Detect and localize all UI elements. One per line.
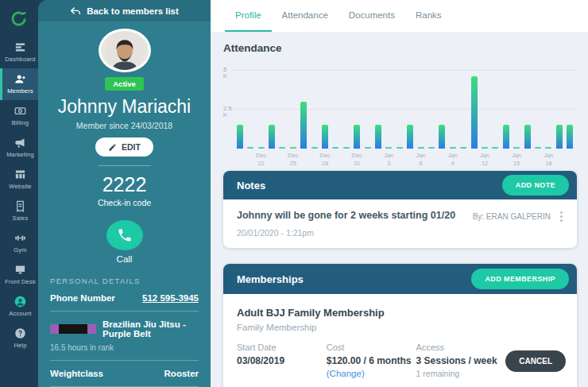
chart-bar-slot <box>309 70 319 149</box>
chart-bar-slot <box>405 70 416 149</box>
sidebar-item-dashboard[interactable]: Dashboard <box>0 37 38 68</box>
x-axis-tick-label: Jan3 <box>377 152 400 168</box>
personal-details-list: Phone Number 512 595-3945 Brazilian Jiu … <box>38 285 211 387</box>
access-column: Access 3 Sessions / week 1 remaining <box>416 342 506 378</box>
x-axis-tick-label: Jan12 <box>473 152 497 168</box>
profile-tabbar: Profile Attendance Documents Ranks <box>211 0 588 32</box>
phone-number-link[interactable]: 512 595-3945 <box>142 293 199 303</box>
app-logo[interactable] <box>0 0 38 37</box>
nav-sidebar: Dashboard Members Billing Marketing Webs… <box>0 0 38 387</box>
chart-bar <box>311 147 318 149</box>
weightclass-label: Weightclass <box>50 369 103 378</box>
chart-bar-slot: Dec28 <box>319 70 330 149</box>
phone-icon <box>117 227 133 243</box>
notes-card: Notes ADD NOTE Johnny will be gone for 2… <box>223 171 577 248</box>
sidebar-item-sales[interactable]: Sales <box>0 195 38 227</box>
chart-bar-slot <box>245 70 255 149</box>
chart-bar <box>279 147 285 149</box>
membership-name: Adult BJJ Family Membership <box>237 307 566 319</box>
sidebar-item-label: Help <box>14 342 26 349</box>
tab-documents[interactable]: Documents <box>338 0 405 32</box>
chart-bar <box>258 147 265 149</box>
chart-bar <box>290 147 296 149</box>
call-label: Call <box>117 254 133 264</box>
note-menu-icon[interactable] <box>557 210 566 223</box>
tab-attendance[interactable]: Attendance <box>272 0 338 32</box>
status-badge: Active <box>105 77 144 91</box>
chart-bar <box>492 147 498 149</box>
sidebar-item-marketing[interactable]: Marketing <box>0 132 38 164</box>
sidebar-item-help[interactable]: Help <box>0 323 38 354</box>
chart-bar-slot <box>501 70 511 149</box>
note-timestamp: 20/01/2020 - 1:21pm <box>237 228 455 238</box>
avatar-photo <box>101 31 149 70</box>
profile-tab-content: Attendance 5h 2.5h Dec22Dec25Dec28Dec31J… <box>211 32 588 387</box>
chart-bar-slot <box>331 70 341 149</box>
chart-bar <box>428 147 435 149</box>
chart-bar <box>300 102 307 149</box>
chart-bar-slot: Jan12 <box>479 70 489 149</box>
sidebar-item-label: Website <box>9 183 31 190</box>
cost-column: Cost $120.00 / 6 months (Change) <box>327 342 416 378</box>
tab-ranks[interactable]: Ranks <box>405 0 452 32</box>
x-axis-tick-label: Jan15 <box>505 152 528 168</box>
chart-bar <box>460 147 466 149</box>
member-profile-panel: Back to members list Active Johnny Maria… <box>38 0 211 387</box>
receipt-icon <box>14 200 26 212</box>
call-button[interactable] <box>106 220 143 250</box>
note-item: Johnny will be gone for 2 weeks starting… <box>237 210 566 238</box>
sidebar-item-billing[interactable]: Billing <box>0 100 38 132</box>
chart-bar <box>567 125 573 149</box>
sidebar-item-label: Gym <box>14 246 26 253</box>
back-to-members-link[interactable]: Back to members list <box>38 0 211 21</box>
chart-bar <box>332 147 338 149</box>
ytick-2-5h: 2.5h <box>223 106 231 118</box>
sidebar-item-account[interactable]: Account <box>0 291 38 323</box>
phone-label: Phone Number <box>50 293 115 303</box>
tab-profile[interactable]: Profile <box>225 0 272 32</box>
chart-bar-slot <box>373 70 383 149</box>
divider <box>99 165 151 166</box>
chart-bar-slot <box>437 70 447 149</box>
cancel-membership-button[interactable]: CANCEL <box>505 350 566 372</box>
chart-bar <box>343 147 350 149</box>
back-arrow-icon <box>70 6 81 17</box>
memberships-card-header: Memberships ADD MEMBERSHIP <box>223 264 577 294</box>
rank-row: Brazilian Jiu Jitsu - Purple Belt 16.5 h… <box>50 312 199 361</box>
chart-bar <box>482 147 488 149</box>
sidebar-item-gym[interactable]: Gym <box>0 227 38 259</box>
hours-in-rank: 16.5 hours in rank <box>50 343 199 352</box>
chart-bar <box>385 147 392 149</box>
weightclass-value: Rooster <box>164 369 199 378</box>
attendance-chart-title: Attendance <box>223 42 577 54</box>
chart-bar <box>397 147 403 149</box>
chart-bar <box>269 125 275 149</box>
chart-bar-slot: Jan18 <box>544 70 554 149</box>
main-content: Profile Attendance Documents Ranks Atten… <box>211 0 588 387</box>
chart-bar <box>418 147 424 149</box>
chart-bar <box>439 125 445 149</box>
add-membership-button[interactable]: ADD MEMBERSHIP <box>471 269 569 289</box>
notes-card-header: Notes ADD NOTE <box>223 171 577 199</box>
memberships-card-body: Adult BJJ Family Membership Family Membe… <box>223 294 577 387</box>
sidebar-item-front-desk[interactable]: Front Desk <box>0 259 38 291</box>
checkin-code-label: Check-in code <box>98 198 151 207</box>
add-note-button[interactable]: ADD NOTE <box>502 175 569 195</box>
chart-bar <box>545 147 551 149</box>
x-axis-tick-label: Dec22 <box>250 152 273 168</box>
chart-bar-slot: Jan3 <box>384 70 394 149</box>
sidebar-item-members[interactable]: Members <box>0 68 38 100</box>
sessions-remaining: 1 remaining <box>416 369 506 378</box>
sidebar-item-website[interactable]: Website <box>0 164 38 195</box>
chart-bar <box>375 125 381 149</box>
chart-bar <box>247 147 253 149</box>
change-cost-link[interactable]: (Change) <box>327 369 416 378</box>
members-icon <box>14 73 26 85</box>
sidebar-item-label: Marketing <box>6 151 34 158</box>
belt-name: Brazilian Jiu Jitsu - Purple Belt <box>103 319 199 339</box>
personal-details-heading: PERSONAL DETAILS <box>38 277 211 285</box>
app-window: Dashboard Members Billing Marketing Webs… <box>0 0 588 387</box>
chart-bar <box>237 125 243 149</box>
sidebar-item-label: Billing <box>12 119 29 126</box>
edit-button[interactable]: EDIT <box>95 137 153 157</box>
